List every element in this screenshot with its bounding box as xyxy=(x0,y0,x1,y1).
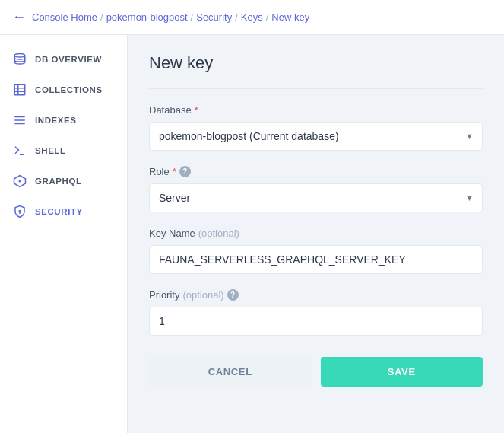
svg-rect-1 xyxy=(14,84,25,95)
breadcrumb: Console Home / pokemon-blogpost / Securi… xyxy=(32,11,309,23)
role-select[interactable]: Server Client Admin xyxy=(149,183,483,212)
main-content: New key Database * pokemon-blogpost (Cur… xyxy=(128,35,504,433)
sidebar-item-label: SHELL xyxy=(35,146,66,155)
svg-point-10 xyxy=(19,180,21,183)
sidebar-item-shell[interactable]: SHELL xyxy=(0,135,127,166)
page-title: New key xyxy=(149,53,483,73)
key-name-optional: (optional) xyxy=(198,228,239,239)
svg-point-11 xyxy=(19,210,21,212)
back-button[interactable]: ← xyxy=(12,9,26,25)
divider xyxy=(149,88,483,89)
key-name-input[interactable] xyxy=(149,245,483,274)
cancel-button[interactable]: CANCEL xyxy=(149,357,312,387)
graphql-icon xyxy=(12,174,27,189)
role-label: Role * ? xyxy=(149,166,483,177)
topbar: ← Console Home / pokemon-blogpost / Secu… xyxy=(0,0,504,35)
sidebar-item-security[interactable]: SECURITY xyxy=(0,196,127,227)
role-required: * xyxy=(173,166,176,177)
sidebar-item-graphql[interactable]: GRAPHQL xyxy=(0,166,127,196)
priority-input[interactable] xyxy=(149,307,483,336)
breadcrumb-separator-2: / xyxy=(235,11,238,23)
database-required: * xyxy=(195,104,198,116)
priority-help-icon[interactable]: ? xyxy=(227,289,239,301)
table-icon xyxy=(12,82,27,97)
breadcrumb-item-newkey: New key xyxy=(271,11,309,23)
role-field-group: Role * ? Server Client Admin xyxy=(149,166,483,212)
terminal-icon xyxy=(12,143,27,158)
database-field-group: Database * pokemon-blogpost (Current dat… xyxy=(149,104,483,151)
save-button[interactable]: SAVE xyxy=(321,357,483,387)
key-name-field-group: Key Name (optional) xyxy=(149,228,483,274)
breadcrumb-item-security[interactable]: Security xyxy=(196,11,232,23)
main-layout: DB OVERVIEW COLLECTIONS I xyxy=(0,35,504,433)
role-help-icon[interactable]: ? xyxy=(179,166,191,177)
sidebar-item-db-overview[interactable]: DB OVERVIEW xyxy=(0,44,127,75)
database-label: Database * xyxy=(149,104,483,116)
sidebar-item-label: GRAPHQL xyxy=(35,177,82,186)
shield-icon xyxy=(12,204,27,219)
sidebar-item-label: SECURITY xyxy=(35,207,83,216)
svg-point-0 xyxy=(14,54,25,58)
sidebar-item-label: DB OVERVIEW xyxy=(35,55,102,64)
breadcrumb-separator-1: / xyxy=(191,11,194,23)
priority-field-group: Priority (optional) ? xyxy=(149,289,483,336)
breadcrumb-item-db[interactable]: pokemon-blogpost xyxy=(106,11,188,23)
breadcrumb-separator-3: / xyxy=(266,11,269,23)
priority-label: Priority (optional) ? xyxy=(149,289,483,301)
sidebar: DB OVERVIEW COLLECTIONS I xyxy=(0,35,128,433)
database-icon xyxy=(12,52,27,67)
sidebar-item-indexes[interactable]: INDEXES xyxy=(0,105,127,135)
breadcrumb-separator-0: / xyxy=(100,11,103,23)
sidebar-item-label: INDEXES xyxy=(35,116,77,125)
breadcrumb-item-keys[interactable]: Keys xyxy=(241,11,263,23)
key-name-label: Key Name (optional) xyxy=(149,228,483,239)
priority-optional: (optional) xyxy=(182,289,223,301)
sidebar-item-collections[interactable]: COLLECTIONS xyxy=(0,75,127,105)
button-row: CANCEL SAVE xyxy=(149,357,483,387)
breadcrumb-item-console[interactable]: Console Home xyxy=(32,11,97,23)
sidebar-item-label: COLLECTIONS xyxy=(35,85,103,94)
database-select[interactable]: pokemon-blogpost (Current database) xyxy=(149,122,483,151)
database-select-wrapper: pokemon-blogpost (Current database) xyxy=(149,122,483,151)
role-select-wrapper: Server Client Admin xyxy=(149,183,483,212)
list-icon xyxy=(12,113,27,128)
